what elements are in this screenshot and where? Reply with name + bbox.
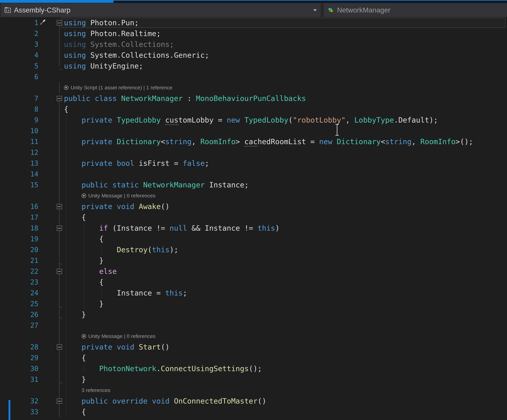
indent-guide [66,115,66,417]
code-line[interactable]: 13 private bool isFirst = false; [0,158,507,169]
outline-margin[interactable] [56,17,63,28]
code-line[interactable]: 6 [0,71,507,82]
codelens-text[interactable]: Unity Message | 0 references [82,190,156,201]
code-line[interactable]: 24 Instance = this; [0,287,507,298]
outline-margin [56,147,63,158]
outline-margin[interactable] [56,396,63,406]
outline-margin [56,136,63,147]
code-line[interactable]: 29 { [0,352,507,363]
outline-margin [56,385,63,396]
code-line[interactable]: 7public class NetworkManager : MonoBehav… [0,93,507,104]
outline-margin[interactable] [56,93,63,104]
codelens-row[interactable]: Unity Message | 0 references [0,190,507,201]
indent-guide [84,363,84,374]
code-line[interactable]: 21 } [0,255,507,266]
collapse-box-icon[interactable] [57,20,62,25]
code-line[interactable]: 30 PhotonNetwork.ConnectUsingSettings(); [0,363,507,374]
collapse-box-icon[interactable] [57,344,62,350]
code-line[interactable]: 25 } [0,298,507,309]
line-number: 10 [0,126,38,136]
codelens-text[interactable]: Unity Script (1 asset reference) | 1 ref… [64,82,172,93]
codelens-row[interactable]: Unity Message | 0 references [0,331,507,342]
outline-margin [56,233,63,244]
code-text: using System.Collections.Generic; [64,50,209,61]
chevron-down-icon[interactable] [313,9,317,11]
code-text: private Dictionary<string, RoomInfo> cac… [64,136,473,147]
outline-margin[interactable] [56,342,63,352]
code-area[interactable]: 1using Photon.Pun;2using Photon.Realtime… [0,17,507,420]
code-line[interactable]: 9 private TypedLobby customLobby = new T… [0,115,507,126]
code-text: using UnityEngine; [64,61,143,71]
mouse-cursor-ibeam [337,125,337,135]
code-text: public static NetworkManager Instance; [64,180,249,190]
line-number: 23 [0,277,38,287]
collapse-box-icon[interactable] [57,96,62,101]
code-line[interactable]: 27 [0,320,507,331]
outline-margin[interactable] [56,223,63,233]
code-line[interactable]: 5using UnityEngine; [0,61,507,71]
code-line[interactable]: 32 public override void OnConnectedToMas… [0,396,507,406]
code-line[interactable]: 17 { [0,212,507,223]
symbol-dropdown[interactable]: NetworkManager [324,3,507,17]
code-line[interactable]: 23 { [0,277,507,287]
outline-margin [56,169,63,180]
code-text: PhotonNetwork.ConnectUsingSettings(); [64,363,262,374]
code-text: using Photon.Pun; [64,17,139,28]
line-number: 9 [0,115,38,126]
line-number: 27 [0,320,38,331]
code-line[interactable]: 33 { [0,406,507,417]
code-text: private void Awake() [64,201,170,212]
line-number: 25 [0,298,38,309]
code-line[interactable]: 11 private Dictionary<string, RoomInfo> … [0,136,507,147]
line-number: 12 [0,147,38,158]
code-line[interactable]: 20 Destroy(this); [0,244,507,255]
line-number: 1 [0,17,38,28]
code-text: Instance = this; [64,287,187,298]
outline-margin [56,212,63,223]
line-number: 5 [0,61,38,71]
line-number: 18 [0,223,38,233]
code-line[interactable]: 4using System.Collections.Generic; [0,50,507,61]
collapse-box-icon[interactable] [57,226,62,231]
code-line[interactable]: 1using Photon.Pun; [0,17,507,28]
code-line[interactable]: 16 private void Awake() [0,201,507,212]
code-text: if (Instance != null && Instance != this… [64,223,280,233]
collapse-box-icon[interactable] [57,269,62,274]
code-text: } [64,374,86,385]
code-line[interactable]: 18 if (Instance != null && Instance != t… [0,223,507,233]
outline-margin [56,309,63,320]
code-text: { [64,104,68,115]
line-number: 3 [0,39,38,50]
code-line[interactable]: 3using System.Collections; [0,39,507,50]
outline-margin [56,126,63,136]
outline-margin [56,331,63,342]
code-line[interactable]: 22 else [0,266,507,277]
code-line[interactable]: 19 { [0,233,507,244]
active-tab-indicator [0,0,113,3]
outline-margin[interactable] [56,201,63,212]
collapse-box-icon[interactable] [57,204,62,209]
project-dropdown[interactable]: Assembly-CSharp [1,3,321,17]
code-line[interactable]: 14 [0,169,507,180]
code-line[interactable]: 28 private void Start() [0,342,507,352]
code-line[interactable]: 12 [0,147,507,158]
outline-margin [56,287,63,298]
codelens-row[interactable]: Unity Script (1 asset reference) | 1 ref… [0,82,507,93]
symbol-dropdown-label: NetworkManager [337,6,390,14]
line-number: 32 [0,396,38,406]
collapse-box-icon[interactable] [57,399,62,404]
line-number: 14 [0,169,38,180]
line-number: 28 [0,342,38,352]
code-line[interactable]: 31 } [0,374,507,385]
codelens-text[interactable]: 3 references [82,385,110,396]
code-line[interactable]: 2using Photon.Realtime; [0,28,507,39]
outline-margin[interactable] [56,266,63,277]
script-symbol-icon [327,6,335,14]
code-line[interactable]: 10 [0,126,507,136]
code-line[interactable]: 26 } [0,309,507,320]
outline-margin [56,158,63,169]
codelens-text[interactable]: Unity Message | 0 references [82,331,156,342]
code-line[interactable]: 8{ [0,104,507,115]
code-line[interactable]: 15 public static NetworkManager Instance… [0,180,507,190]
codelens-row[interactable]: 3 references [0,385,507,396]
